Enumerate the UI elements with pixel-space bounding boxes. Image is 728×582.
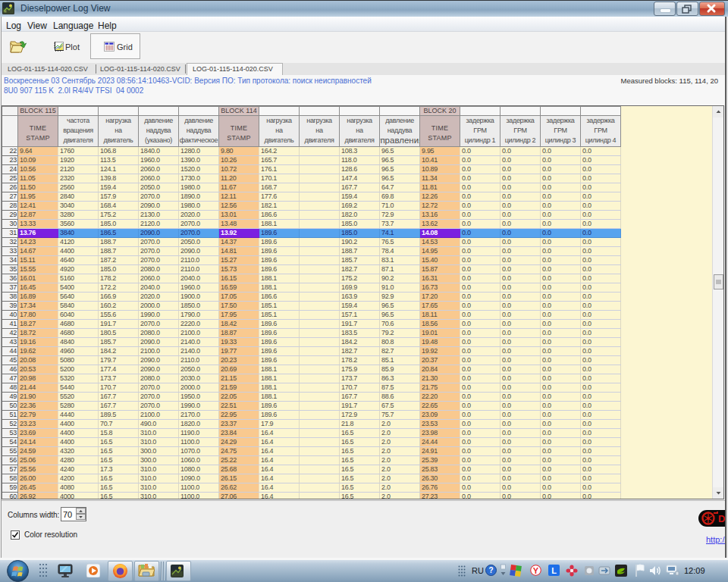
svg-text:?: ? xyxy=(488,566,493,574)
svg-text:Y: Y xyxy=(533,566,539,575)
svg-text:L: L xyxy=(551,566,557,575)
